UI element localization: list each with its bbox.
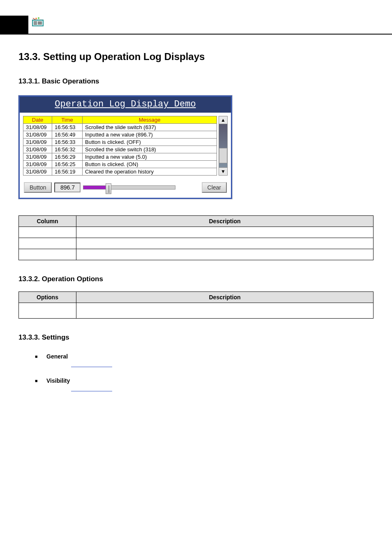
general-link[interactable]	[71, 361, 112, 367]
table-row: 31/08/0916:56:29Inputted a new value (5.…	[23, 153, 217, 161]
col-date: Date	[23, 116, 52, 124]
table-row	[19, 238, 374, 249]
scroll-track[interactable]	[219, 124, 228, 167]
svg-rect-5	[38, 21, 42, 25]
scroll-down-button[interactable]: ▼	[219, 167, 228, 176]
th-column: Column	[19, 216, 76, 227]
table-row	[19, 227, 374, 238]
list-item-general: General	[35, 353, 374, 368]
svg-point-7	[38, 17, 39, 19]
table-row: 31/08/0916:56:19Cleared the operation hi…	[23, 168, 217, 176]
table-row: 31/08/0916:56:32Scrolled the slide switc…	[23, 146, 217, 153]
col-message: Message	[83, 116, 217, 124]
svg-rect-2	[34, 21, 37, 22]
h2-basic-operations: 13.3.1. Basic Operations	[18, 77, 374, 86]
settings-list: General Visibility	[35, 353, 374, 393]
demo-panel: Operation Log Display Demo Date Time Mes…	[18, 95, 232, 199]
th-description: Description	[76, 216, 374, 227]
app-icon	[32, 17, 44, 26]
scroll-up-button[interactable]: ▲	[219, 116, 228, 124]
h2-operation-options: 13.3.2. Operation Options	[18, 275, 374, 283]
column-description-table: Column Description	[18, 215, 374, 260]
slide-switch[interactable]	[83, 183, 175, 192]
value-field[interactable]: 896.7	[54, 183, 81, 192]
h1-title: 13.3. Setting up Operation Log Displays	[18, 51, 374, 62]
header-black-block	[0, 16, 28, 34]
h2-settings: 13.3.3. Settings	[18, 333, 374, 342]
table-row: 31/08/0916:56:25Button is clicked. (ON)	[23, 161, 217, 168]
th-description: Description	[76, 292, 374, 303]
demo-title: Operation Log Display Demo	[20, 97, 231, 113]
svg-rect-3	[34, 23, 37, 23]
list-item-visibility: Visibility	[35, 377, 374, 393]
clear-button[interactable]: Clear	[202, 182, 227, 193]
table-row: 31/08/0916:56:49Inputted a new value (89…	[23, 131, 217, 139]
header-divider	[0, 34, 392, 35]
svg-point-6	[35, 18, 37, 19]
table-row	[19, 303, 374, 319]
th-options: Options	[19, 292, 76, 303]
operation-log-table: Date Time Message 31/08/0916:56:53Scroll…	[23, 116, 217, 176]
toggle-button[interactable]: Button	[24, 182, 52, 193]
slider-thumb[interactable]	[106, 183, 111, 194]
col-time: Time	[52, 116, 83, 124]
table-row: 31/08/0916:56:53Scrolled the slide switc…	[23, 124, 217, 131]
table-row: 31/08/0916:56:33Button is clicked. (OFF)	[23, 139, 217, 146]
table-row	[19, 249, 374, 260]
options-description-table: Options Description	[18, 291, 374, 319]
scroll-thumb[interactable]	[219, 148, 227, 163]
svg-rect-4	[34, 24, 37, 25]
visibility-link[interactable]	[71, 386, 112, 391]
scrollbar[interactable]: ▲ ▼	[219, 116, 228, 176]
page-header	[0, 0, 392, 34]
